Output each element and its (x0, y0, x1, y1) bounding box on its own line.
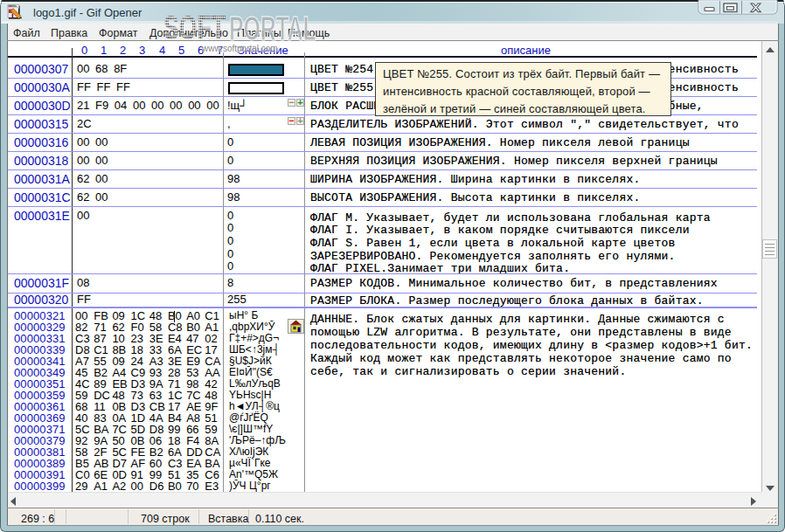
svg-text:PORTAL: PORTAL (229, 10, 316, 43)
svg-text:SOFT: SOFT (163, 9, 226, 43)
